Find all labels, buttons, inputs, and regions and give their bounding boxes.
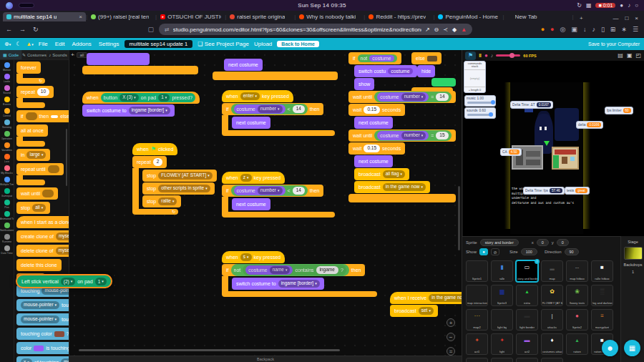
sprite-tile[interactable]: ●Sprite2	[566, 309, 588, 331]
sprite-tile[interactable]: ▴extra	[516, 285, 538, 306]
block-bar[interactable]	[348, 194, 456, 202]
show-off-button[interactable]: ⊘	[491, 248, 499, 255]
block-input[interactable]: 15	[436, 132, 448, 140]
block[interactable]: switch costume toingame [border]▾	[82, 104, 175, 117]
block[interactable]: ifthenelse	[16, 110, 69, 122]
block-dropdown[interactable]: other scripts in sprite▾	[158, 185, 210, 192]
block-input[interactable]: 14	[293, 187, 305, 195]
reporter-pill[interactable]: costume	[369, 55, 394, 62]
restore-button[interactable]: □	[625, 15, 628, 21]
block-dropdown[interactable]: in the game now▾	[383, 183, 426, 191]
scripts-workspace[interactable]: + all whenbuttonX (3)▾on pad1▾pressed?sw…	[69, 50, 462, 356]
sprite-tile[interactable]: |attacks	[541, 309, 563, 331]
language-icon[interactable]: ⊕▾	[4, 41, 11, 47]
recording-timer[interactable]: ■0:01	[595, 3, 615, 8]
block-head[interactable]: mouse-pointer▾touchingthis sprite▾?	[16, 299, 69, 311]
volume-slider[interactable]	[496, 54, 520, 57]
volume-icon[interactable]: ♪	[628, 2, 630, 9]
stage-thumbnail[interactable]	[624, 247, 643, 260]
block[interactable]: mouse-pointer▾touching area of	[16, 313, 69, 326]
block-dropdown[interactable]: rallie▾	[158, 197, 177, 205]
minimize-button[interactable]: —	[613, 15, 618, 21]
block-head[interactable]: broadcastall flag▾	[354, 168, 409, 180]
large-stage-icon[interactable]: ▣	[627, 52, 633, 59]
boolean-slot[interactable]: notcostume	[358, 54, 397, 62]
block-head[interactable]: wait until	[16, 187, 58, 200]
block[interactable]: next costume	[232, 117, 270, 129]
sprite-tile[interactable]: Sprite1	[466, 260, 488, 282]
variable-monitor[interactable]: delta0.0166	[576, 121, 603, 129]
tab-code[interactable]: ▦Code	[0, 50, 22, 59]
block-head[interactable]: when⚑clicked	[132, 143, 177, 155]
block-head[interactable]: wait untilcostumenumber▾=14	[348, 91, 456, 103]
pip-icon[interactable]: ⊞	[610, 26, 616, 33]
block-dropdown[interactable]: name▾	[270, 266, 291, 274]
block-foot[interactable]	[222, 212, 335, 217]
media-icon[interactable]: ♪	[592, 26, 595, 33]
block-head[interactable]: all at once	[16, 124, 48, 137]
warning-icon[interactable]: ▲	[461, 26, 467, 33]
block-head[interactable]: coloris touching?	[16, 342, 69, 354]
fullscreen-icon[interactable]: ◰	[635, 52, 641, 59]
block-input[interactable]: 0.15	[364, 106, 380, 114]
reload-button[interactable]: ↻	[33, 26, 39, 33]
sprite-tile[interactable]: ▆Sprite3	[491, 285, 513, 306]
sprite-tile[interactable]: --map hitbox	[566, 260, 588, 282]
variable-monitor[interactable]: Delta Time: ΔT0.0167	[510, 101, 553, 109]
sprite-info-badge[interactable]: i	[535, 259, 540, 264]
sprite-tile[interactable]: ✦fight	[491, 333, 513, 355]
indicator-icon[interactable]: ●	[620, 2, 623, 9]
category-animated-text[interactable]: Animated Text	[0, 211, 14, 220]
block[interactable]	[87, 53, 150, 65]
variable-monitor[interactable]: CA4.50	[500, 148, 522, 156]
block[interactable]: whenbuttonX (3)▾on pad1▾pressed?	[82, 92, 200, 104]
boolean-slot[interactable]	[48, 165, 59, 173]
block-head[interactable]: ifnotcostume	[348, 52, 401, 64]
block-head[interactable]: next costume	[232, 117, 270, 129]
block[interactable]: wait0.15seconds	[348, 104, 405, 116]
monitor-slider[interactable]	[467, 102, 493, 104]
sprite-tile[interactable]: ♥wasy	[541, 358, 563, 362]
category-events[interactable]: Events	[0, 97, 14, 106]
block-dropdown[interactable]: 1▾	[95, 278, 107, 285]
back-to-home-button[interactable]: Back to Home	[277, 41, 319, 47]
palette-scrollbar[interactable]	[66, 129, 67, 186]
script[interactable]: when I receivein the game now▾broadcasts…	[390, 292, 462, 317]
downloads-icon[interactable]: ↓	[583, 26, 587, 33]
color-swatch[interactable]	[34, 346, 44, 351]
block-foot[interactable]	[16, 102, 45, 108]
theme-toggle-icon[interactable]: ☾	[16, 41, 21, 47]
block[interactable]: ifnotcostume	[348, 52, 401, 64]
block[interactable]: ifcostumenumber▾<14thennext costume	[222, 185, 335, 217]
slider-knob[interactable]	[489, 112, 493, 117]
sprite-tile[interactable]: ▂map	[541, 260, 563, 282]
browser-tab[interactable]: ▸Cats but they keep g	[574, 12, 575, 21]
category-sound[interactable]: Sound	[0, 85, 14, 94]
power-icon[interactable]: ○	[635, 2, 638, 9]
category-control[interactable]: Control	[0, 108, 14, 117]
add-sprite-button[interactable]: ☻	[602, 340, 618, 356]
block-head[interactable]: ifthenelse	[16, 110, 69, 122]
sprite-tile[interactable]: map interaction ..	[491, 358, 513, 362]
boolean-slot[interactable]: buttonX (3)▾on pad1▾pressed?	[101, 93, 195, 102]
block-dropdown[interactable]: large▾	[26, 151, 46, 159]
sprite-tile[interactable]: ▬fight border	[516, 309, 538, 331]
variable-monitor[interactable]: fps limiter60	[605, 107, 633, 114]
block[interactable]: forever↻	[16, 62, 45, 84]
block[interactable]: stopFLOWEY [AT START]▾	[142, 170, 217, 182]
block[interactable]: whenenter▾key pressed	[222, 90, 293, 102]
block-foot[interactable]	[16, 141, 45, 147]
block[interactable]: whens▾key pressed	[222, 251, 285, 263]
sprite-tile[interactable]: ≡marryplant	[591, 309, 613, 331]
block-head[interactable]: delete this clone	[16, 259, 62, 271]
pause-button[interactable]: ‖	[479, 52, 482, 59]
sprite-tile[interactable]: ▴ration	[566, 333, 588, 355]
vertical-scrollbar[interactable]	[458, 186, 460, 250]
sprite-tile[interactable]: ⋯map2	[466, 309, 488, 331]
block[interactable]: next costume	[354, 117, 393, 129]
block-dropdown[interactable]: 1▾	[158, 94, 170, 102]
block-foot[interactable]	[222, 291, 377, 297]
menu-icon[interactable]: ☰	[633, 26, 638, 33]
block-dropdown[interactable]: number▾	[401, 132, 426, 140]
reporter-pill[interactable]: costumenumber▾	[234, 104, 286, 114]
